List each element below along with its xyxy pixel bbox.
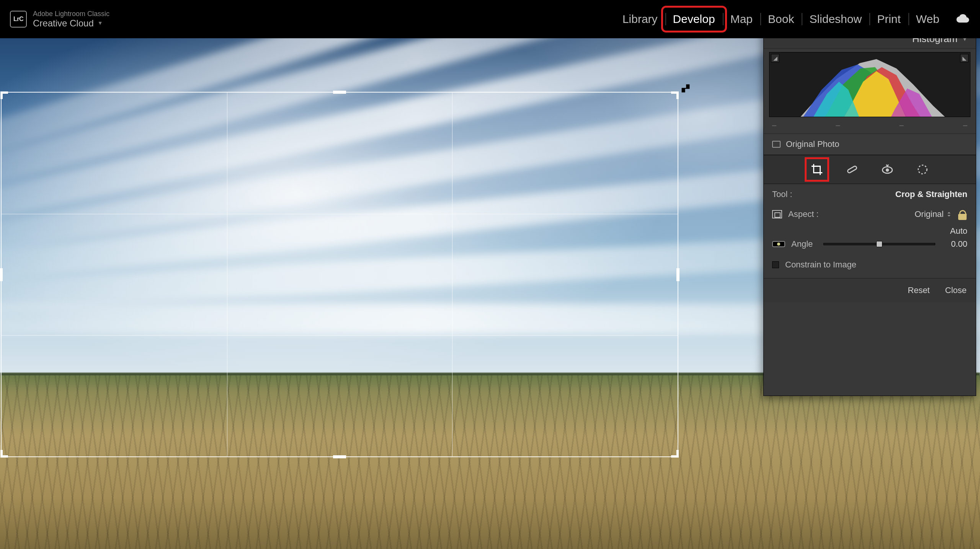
angle-slider-thumb[interactable] <box>876 241 882 247</box>
tool-label: Tool : <box>772 189 792 199</box>
hist-stat-1: – <box>772 121 776 130</box>
level-icon[interactable] <box>772 241 785 247</box>
tool-strip <box>764 155 976 184</box>
radial-mask-icon <box>916 163 929 176</box>
cloud-sync-icon[interactable] <box>955 13 970 25</box>
crop-corner-tr[interactable] <box>671 91 679 99</box>
svg-point-3 <box>918 165 927 174</box>
app-identity: LrC Adobe Lightroom Classic Creative Clo… <box>10 10 109 28</box>
histogram-stats-row: – – – – <box>764 120 976 134</box>
aspect-row: Aspect : Original <box>772 202 967 222</box>
module-book[interactable]: Book <box>760 10 802 28</box>
crop-handle-left[interactable] <box>0 268 3 281</box>
aspect-value: Original <box>915 209 944 219</box>
crop-corner-tl[interactable] <box>0 91 8 99</box>
angle-value[interactable]: 0.00 <box>946 239 967 249</box>
app-title[interactable]: Creative Cloud <box>33 18 94 29</box>
module-web[interactable]: Web <box>908 10 947 28</box>
crop-tool-button[interactable] <box>808 161 826 178</box>
app-subtitle: Adobe Lightroom Classic <box>33 10 109 18</box>
module-slideshow[interactable]: Slideshow <box>802 10 869 28</box>
crop-handle-top[interactable] <box>333 91 346 94</box>
aspect-icon[interactable] <box>772 210 782 218</box>
aspect-label: Aspect : <box>788 209 818 219</box>
hist-stat-4: – <box>963 121 967 130</box>
reset-button[interactable]: Reset <box>908 285 929 295</box>
app-logo-icon: LrC <box>10 11 27 28</box>
tool-value: Crop & Straighten <box>895 189 967 199</box>
right-panel: Histogram ▼ ◢ ◣ – – – – Original Photo <box>763 29 976 396</box>
svg-point-2 <box>886 168 889 172</box>
crop-overlay[interactable] <box>1 92 678 457</box>
crop-corner-br[interactable] <box>671 450 679 458</box>
straighten-auto-button[interactable]: Auto <box>950 226 967 236</box>
module-library[interactable]: Library <box>615 10 665 28</box>
constrain-checkbox[interactable] <box>772 261 779 268</box>
app-title-dropdown-icon[interactable]: ▼ <box>98 20 103 26</box>
crop-icon <box>810 163 823 176</box>
crop-corner-bl[interactable] <box>0 450 8 458</box>
bandage-icon <box>846 163 859 176</box>
crop-handle-bottom[interactable] <box>333 455 346 458</box>
eye-icon <box>881 163 894 176</box>
panel-footer: Reset Close <box>764 278 976 302</box>
close-button[interactable]: Close <box>945 285 967 295</box>
angle-slider[interactable] <box>823 243 935 245</box>
angle-row: Angle 0.00 <box>772 236 967 251</box>
histogram-plot[interactable]: ◢ ◣ <box>769 52 970 117</box>
aspect-dropdown[interactable]: Original <box>915 209 951 219</box>
module-picker: Library Develop Map Book Slideshow Print… <box>615 0 970 38</box>
crop-handle-right[interactable] <box>676 268 679 281</box>
hist-stat-2: – <box>836 121 840 130</box>
constrain-label: Constrain to Image <box>785 260 856 270</box>
healing-tool-button[interactable] <box>843 161 861 178</box>
original-photo-row[interactable]: Original Photo <box>764 134 976 155</box>
constrain-row[interactable]: Constrain to Image <box>772 251 967 273</box>
app-titles: Adobe Lightroom Classic Creative Cloud ▼ <box>33 10 109 28</box>
updown-caret-icon <box>947 212 951 217</box>
tool-name-row: Tool : Crop & Straighten <box>772 189 967 202</box>
top-bar: LrC Adobe Lightroom Classic Creative Clo… <box>0 0 980 38</box>
original-photo-label: Original Photo <box>786 139 839 149</box>
redeye-tool-button[interactable] <box>879 161 896 178</box>
original-photo-icon <box>772 141 781 148</box>
hist-stat-3: – <box>900 121 904 130</box>
angle-label: Angle <box>791 239 813 249</box>
module-print[interactable]: Print <box>869 10 908 28</box>
svg-rect-0 <box>847 166 857 173</box>
aspect-lock-icon[interactable] <box>957 209 967 220</box>
crop-rotate-handle-icon[interactable] <box>681 83 691 93</box>
module-map[interactable]: Map <box>723 10 760 28</box>
module-develop[interactable]: Develop <box>665 10 723 28</box>
masking-tool-button[interactable] <box>914 161 931 178</box>
